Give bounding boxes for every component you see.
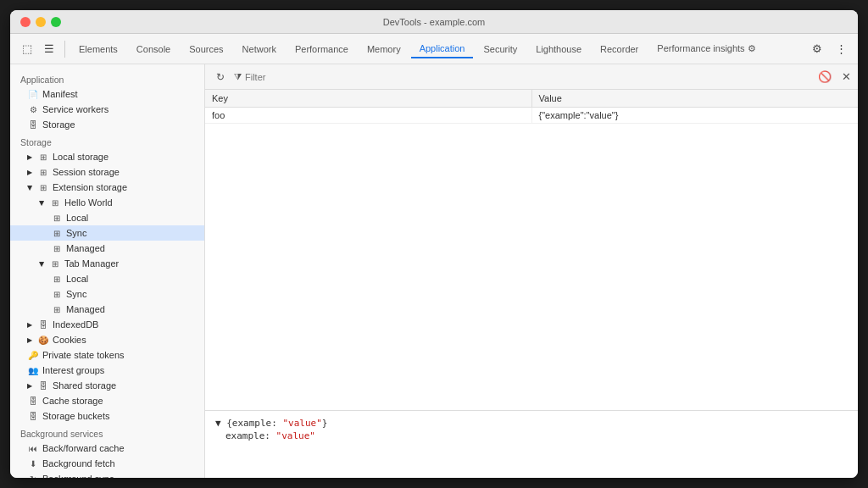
badge-icon: 🔑 <box>27 349 39 361</box>
sidebar-item-storage-label: Storage <box>42 119 75 130</box>
sidebar-item-cookies[interactable]: ▶ 🍪 Cookies <box>10 332 204 347</box>
section-label-application: Application <box>10 69 204 86</box>
storage-toolbar: ↻ ⧩ 🚫 ✕ <box>205 64 858 90</box>
maximize-button[interactable] <box>51 17 61 27</box>
close-icon[interactable]: ✕ <box>842 70 851 83</box>
tab-console[interactable]: Console <box>128 41 179 58</box>
db-icon: 🗄 <box>37 380 49 391</box>
sidebar-item-extension-storage-label: Extension storage <box>53 182 127 192</box>
grid-icon: ⊞ <box>51 303 63 315</box>
sidebar-item-service-workers[interactable]: ⚙ Service workers <box>10 102 204 117</box>
tab-performance[interactable]: Performance <box>287 41 357 58</box>
group-icon: 👥 <box>27 364 39 376</box>
refresh-icon[interactable]: ↻ <box>212 69 229 86</box>
sidebar-item-hw-managed-label: Managed <box>66 243 105 253</box>
sidebar-item-hw-local-label: Local <box>66 213 88 223</box>
grid-icon: ⊞ <box>37 151 49 163</box>
minimize-button[interactable] <box>36 17 46 27</box>
sidebar-item-bfcache-label: Back/forward cache <box>42 443 125 453</box>
sidebar-item-storage-buckets[interactable]: 🗄 Storage buckets <box>10 408 204 424</box>
sidebar-item-cookies-label: Cookies <box>53 335 86 345</box>
tab-recorder[interactable]: Recorder <box>592 41 647 58</box>
sidebar-item-indexeddb-label: IndexedDB <box>53 319 98 330</box>
sidebar-item-hello-world[interactable]: ▶ ⊞ Hello World <box>10 195 204 210</box>
sidebar-item-indexeddb[interactable]: ▶ 🗄 IndexedDB <box>10 317 204 332</box>
filter-input[interactable] <box>245 72 372 82</box>
sidebar-item-tm-local-label: Local <box>66 274 88 284</box>
sidebar-item-hw-local[interactable]: ⊞ Local <box>10 210 204 225</box>
close-button[interactable] <box>20 17 31 27</box>
expand-icon: ▶ <box>27 321 32 329</box>
settings-icon[interactable]: ⚙ <box>807 39 827 59</box>
section-label-background: Background services <box>10 424 204 441</box>
sync-icon: ↻ <box>27 473 39 478</box>
expand-icon: ▶ <box>38 200 46 205</box>
expand-icon: ▶ <box>27 336 32 344</box>
sidebar-item-bfcache[interactable]: ⏮ Back/forward cache <box>10 441 204 456</box>
filter-container: ⧩ <box>234 71 372 82</box>
storage-table: Key Value foo {"example":"value"} <box>205 90 858 410</box>
expand-icon: ▶ <box>27 153 32 161</box>
grid-icon: ⊞ <box>51 227 63 239</box>
column-key: Key <box>205 90 532 107</box>
preview-line2: example: "value" <box>215 430 848 441</box>
grid-icon: ⊞ <box>49 197 61 208</box>
sidebar-item-tm-sync[interactable]: ⊞ Sync <box>10 286 204 302</box>
sidebar-item-bg-sync[interactable]: ↻ Background sync <box>10 471 204 478</box>
content-area: ↻ ⧩ 🚫 ✕ Key Value foo {"example": <box>205 64 858 478</box>
inspect-icon[interactable]: ⬚ <box>17 39 37 59</box>
sidebar-item-service-workers-label: Service workers <box>42 104 108 114</box>
table-row[interactable]: foo {"example":"value"} <box>205 108 858 124</box>
tab-lighthouse[interactable]: Lighthouse <box>527 41 590 58</box>
sidebar-item-private-state-tokens[interactable]: 🔑 Private state tokens <box>10 347 204 363</box>
doc-icon: 📄 <box>27 88 39 100</box>
main-area: Application 📄 Manifest ⚙ Service workers… <box>10 64 858 478</box>
sidebar-item-local-storage[interactable]: ▶ ⊞ Local storage <box>10 149 204 164</box>
grid-icon: ⊞ <box>49 258 61 269</box>
more-icon[interactable]: ⋮ <box>831 39 851 59</box>
preview-property-key: example: <box>225 430 276 441</box>
preview-expand-icon[interactable]: ▼ <box>215 418 221 429</box>
title-bar: DevTools - example.com <box>10 10 858 34</box>
sidebar-item-bg-fetch[interactable]: ⬇ Background fetch <box>10 456 204 471</box>
sidebar-item-manifest[interactable]: 📄 Manifest <box>10 86 204 102</box>
filter-icon: ⧩ <box>234 71 242 82</box>
sidebar-item-tm-local[interactable]: ⊞ Local <box>10 271 204 286</box>
tab-network[interactable]: Network <box>234 41 285 58</box>
sidebar-item-session-storage-label: Session storage <box>53 167 120 177</box>
traffic-lights <box>20 17 61 27</box>
tab-security[interactable]: Security <box>475 41 526 58</box>
clear-controls: 🚫 ✕ <box>818 70 851 83</box>
devtools-window: DevTools - example.com ⬚ ☰ Elements Cons… <box>10 10 858 478</box>
sidebar-item-session-storage[interactable]: ▶ ⊞ Session storage <box>10 164 204 180</box>
sidebar-item-hw-managed[interactable]: ⊞ Managed <box>10 241 204 256</box>
device-icon[interactable]: ☰ <box>39 39 59 59</box>
sidebar-item-hw-sync[interactable]: ⊞ Sync <box>10 225 204 241</box>
db-icon: 🗄 <box>27 410 39 422</box>
expand-icon: ▶ <box>26 185 34 190</box>
tab-performance-insights[interactable]: Performance insights ⚙ <box>648 40 764 58</box>
sidebar-item-tm-managed-label: Managed <box>66 304 105 314</box>
preview-object-label: {example: "value"} <box>226 418 327 429</box>
cache-icon: ⏮ <box>27 442 39 454</box>
sidebar-item-tm-managed[interactable]: ⊞ Managed <box>10 302 204 317</box>
gear-icon: ⚙ <box>27 103 39 115</box>
delete-icon[interactable]: 🚫 <box>818 70 832 83</box>
tab-elements[interactable]: Elements <box>70 41 126 58</box>
sidebar-item-tab-manager[interactable]: ▶ ⊞ Tab Manager <box>10 256 204 271</box>
grid-icon: ⊞ <box>51 212 63 224</box>
sidebar-item-cache-storage[interactable]: 🗄 Cache storage <box>10 393 204 408</box>
cell-value: {"example":"value"} <box>532 108 859 123</box>
tab-application[interactable]: Application <box>411 40 474 58</box>
sidebar-item-shared-storage[interactable]: ▶ 🗄 Shared storage <box>10 378 204 393</box>
grid-icon: ⊞ <box>37 181 49 193</box>
sidebar-item-interest-groups[interactable]: 👥 Interest groups <box>10 363 204 378</box>
grid-icon: ⊞ <box>37 166 49 178</box>
sidebar-item-extension-storage[interactable]: ▶ ⊞ Extension storage <box>10 180 204 195</box>
db-icon: 🗄 <box>27 395 39 407</box>
tab-memory[interactable]: Memory <box>359 41 409 58</box>
sidebar-item-storage[interactable]: 🗄 Storage <box>10 117 204 132</box>
preview-line1: ▼ {example: "value"} <box>215 418 848 429</box>
preview-area: ▼ {example: "value"} example: "value" <box>205 410 858 478</box>
tab-sources[interactable]: Sources <box>181 41 231 58</box>
